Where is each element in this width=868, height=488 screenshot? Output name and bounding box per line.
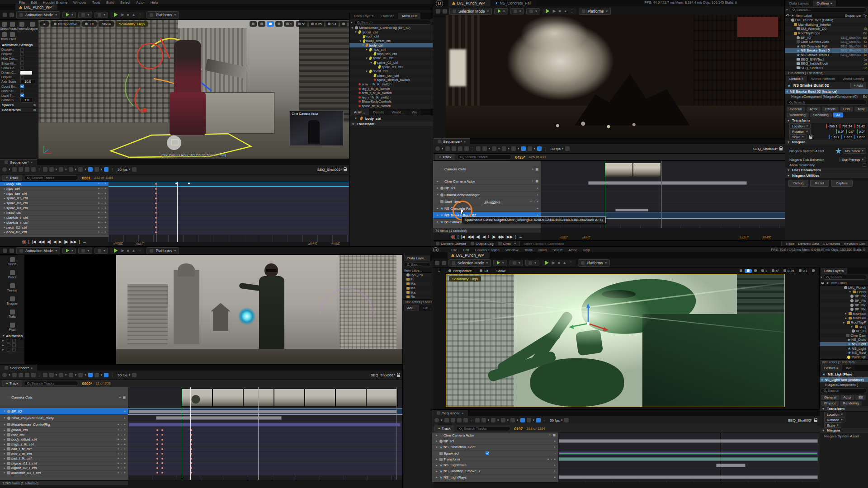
render-movie-icon[interactable] — [31, 373, 36, 377]
outliner-row[interactable]: ▸MainBuil — [820, 316, 868, 320]
find-in-browser-icon[interactable] — [451, 418, 455, 422]
filter-chip[interactable]: General — [821, 395, 840, 400]
menu-item[interactable]: Help — [583, 248, 590, 252]
content-browser-icon[interactable] — [442, 261, 446, 265]
menu-item[interactable]: Tools — [524, 248, 533, 252]
content-browser-icon[interactable] — [443, 9, 447, 14]
panel-tab[interactable]: Data Layers — [786, 0, 812, 6]
sequencer-tab[interactable]: Sequencer*× — [0, 365, 37, 371]
location-dropdown[interactable]: Location▾ — [789, 123, 811, 129]
track-timeline-row[interactable] — [128, 466, 402, 471]
search-tracks-input[interactable]: Search Tracks — [24, 381, 78, 386]
select-tool-icon[interactable] — [737, 269, 745, 273]
platforms-dropdown[interactable]: Platforms▾ — [146, 11, 179, 19]
filter-icon[interactable]: ▾ — [351, 21, 353, 24]
outliner-row[interactable]: RoofTopPropsFo — [785, 31, 868, 36]
panel-tab[interactable]: Data Laye... — [404, 255, 430, 261]
scale-tool-icon[interactable] — [275, 21, 283, 27]
search-input[interactable]: Search — [354, 20, 431, 25]
animation-section-header[interactable]: ▾Animation — [0, 333, 24, 338]
sequencer-track[interactable]: ▸bigtoe_01_l_ctrl+ ◦ + — [0, 461, 128, 466]
outliner-tree-item[interactable]: ▾global_ctrl — [349, 30, 433, 35]
niagara-header[interactable]: ▾Niagara — [785, 140, 868, 145]
menu-item[interactable]: Window — [73, 0, 86, 4]
play-button[interactable] — [113, 13, 118, 17]
sequencer-track[interactable]: ▸bigtoe_02_l_ctrl+ ◦ + — [0, 466, 128, 471]
snap-icon[interactable] — [536, 418, 541, 422]
sequencer-track[interactable]: ▾MetaHuman_ControlRig+ ◦ + — [0, 422, 128, 428]
sequencer-track[interactable]: ▾ChaosCacheManager+ — [433, 192, 541, 198]
actions-icon[interactable] — [475, 418, 480, 422]
transform-dropdown[interactable]: Rotation▾ — [824, 417, 845, 422]
create-camera-icon[interactable] — [458, 146, 462, 151]
fps-dropdown[interactable]: 30 fps▾ — [551, 147, 563, 151]
track-timeline-row[interactable] — [108, 187, 349, 192]
platforms-dropdown[interactable]: Platforms▾ — [578, 259, 610, 267]
transform-value[interactable]: 1.627 — [841, 135, 853, 139]
track-timeline-row[interactable] — [108, 230, 349, 235]
sequencer-track[interactable]: Camera Cuts+ ▦ — [0, 387, 128, 408]
menu-item[interactable]: Actor — [136, 0, 145, 4]
select-tool-icon[interactable] — [250, 21, 257, 27]
add-track-button[interactable]: +Track — [2, 175, 22, 181]
panel-tab[interactable]: Outliner — [377, 13, 397, 19]
filter-icon[interactable]: ▾ — [821, 276, 822, 279]
track-timeline-row[interactable] — [558, 450, 820, 456]
save-icon[interactable] — [12, 373, 17, 377]
fps-dropdown[interactable]: 30 fps▾ — [550, 418, 562, 422]
transform-value[interactable]: -266.1 — [826, 124, 839, 128]
sequencer-track[interactable]: ▸spine_03_ctrl+ ◦ + — [0, 206, 108, 211]
anim-tool-button[interactable]: Tweens — [0, 281, 24, 294]
track-timeline-row[interactable] — [128, 461, 402, 466]
curve-editor-icon[interactable] — [564, 418, 569, 422]
track-timeline-row[interactable] — [128, 447, 402, 452]
track-timeline-row[interactable] — [541, 198, 785, 205]
sequencer-track[interactable]: ▸Cine Camera Actor+ ▦ — [433, 178, 541, 185]
outliner-tree-item[interactable]: hips_tan_ctrl — [349, 52, 433, 56]
niagara-utilities-header[interactable]: ▾Niagara Utilities — [785, 173, 868, 178]
outliner-row[interactable]: ▸SEQ — [820, 324, 868, 329]
outliner-row[interactable]: SEQ_Shot001Le — [785, 66, 868, 70]
outliner-tree-item[interactable]: ▾spine_01_ctrl — [349, 56, 433, 61]
view-options-icon[interactable] — [59, 373, 63, 377]
sequencer-track[interactable]: ▸thigh_l_fk_ctrl+ ◦ + — [0, 442, 128, 447]
sequencer-track[interactable]: ▸calf_l_fk_ctrl+ ◦ + — [0, 447, 128, 452]
show-dropdown[interactable]: Show — [493, 268, 509, 273]
anim-tool-button[interactable]: Snapper — [0, 294, 24, 307]
step-back-button[interactable]: ◀| — [47, 239, 51, 244]
sequencer-track[interactable]: ▸spine_02_ctrl+ ◦ + — [0, 201, 108, 206]
track-timeline-row[interactable] — [108, 211, 349, 216]
panel-tab[interactable]: Anim Out — [398, 13, 420, 19]
panel-tab[interactable]: Data Layers — [350, 13, 377, 19]
playback-options-icon[interactable] — [502, 146, 506, 151]
filter-chip[interactable]: Misc — [854, 107, 868, 112]
world-options-icon[interactable] — [435, 146, 440, 151]
view-options-icon[interactable] — [491, 418, 495, 422]
play-options-button[interactable]: ⋮ — [138, 13, 142, 17]
shot-name[interactable]: SEQ_Shot002* — [788, 418, 817, 422]
playback-options-icon[interactable] — [69, 167, 73, 172]
find-in-browser-icon[interactable] — [19, 373, 23, 377]
setting-row[interactable]: Show Co... — [0, 66, 38, 70]
panel-tab[interactable]: Data Layers — [821, 268, 847, 274]
keying-options-icon[interactable] — [78, 373, 83, 377]
transform-value[interactable]: 51.42 — [854, 124, 866, 128]
smoke-trails-section-bar[interactable] — [615, 209, 648, 211]
sequencer-tab[interactable]: Sequencer*× — [433, 138, 470, 144]
panel-tab[interactable]: Ani... — [404, 305, 419, 311]
save-icon[interactable] — [3, 249, 7, 253]
playback-options-icon[interactable] — [501, 418, 505, 422]
search-tracks-input[interactable]: Search Tracks — [457, 155, 511, 160]
instance-row[interactable]: NS_LightFlare (Instance) — [825, 378, 864, 382]
sequencer-track[interactable]: ▸clavicle_r_ctrl+ ◦ + — [0, 221, 108, 225]
find-in-browser-icon[interactable] — [452, 146, 456, 151]
outliner-row[interactable]: PointLigh — [820, 355, 868, 360]
cinematics-dropdown[interactable]: ▾ — [94, 12, 108, 18]
auto-key-icon[interactable] — [521, 146, 526, 151]
add-actor-dropdown[interactable]: ▾ — [62, 248, 76, 254]
scalability-badge[interactable]: Scalability: High — [116, 21, 148, 27]
transform-value[interactable]: 0.0° — [846, 129, 856, 134]
sequencer-track[interactable]: ▸hips_ctrl+ ◦ + — [0, 187, 108, 192]
record-button[interactable] — [451, 235, 455, 239]
edit-mode-icon[interactable] — [527, 418, 531, 422]
